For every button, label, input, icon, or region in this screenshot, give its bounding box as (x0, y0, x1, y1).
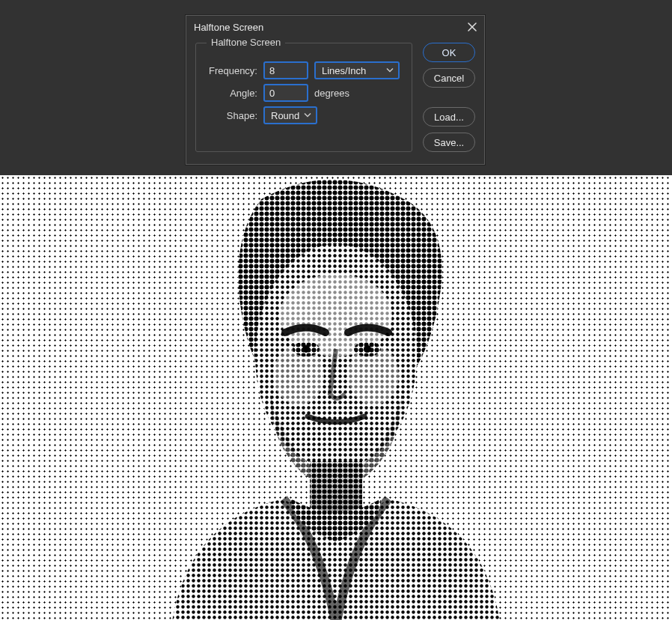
ok-button[interactable]: OK (423, 43, 475, 62)
shape-value: Round (271, 110, 299, 121)
halftone-portrait-image (97, 169, 575, 620)
frequency-input[interactable] (263, 61, 308, 79)
shape-label: Shape: (207, 110, 257, 121)
close-icon[interactable] (468, 22, 477, 31)
halftone-screen-group: Halftone Screen Frequency: Lines/Inch An… (195, 43, 412, 152)
chevron-down-icon (304, 110, 311, 121)
angle-input[interactable] (263, 84, 308, 102)
svg-point-10 (302, 345, 310, 353)
group-label: Halftone Screen (207, 37, 285, 48)
frequency-unit-value: Lines/Inch (322, 65, 366, 76)
dialog-title: Halftone Screen (194, 22, 263, 33)
frequency-unit-select[interactable]: Lines/Inch (314, 61, 400, 79)
angle-unit: degrees (314, 88, 349, 99)
cancel-button[interactable]: Cancel (423, 68, 475, 88)
halftone-screen-dialog: Halftone Screen Halftone Screen Frequenc… (186, 15, 485, 165)
shape-select[interactable]: Round (263, 106, 317, 124)
angle-label: Angle: (207, 88, 257, 99)
load-button[interactable]: Load... (423, 107, 475, 127)
svg-point-11 (364, 345, 371, 353)
dialog-button-column: OK Cancel Load... Save... (423, 43, 475, 152)
chevron-down-icon (386, 65, 394, 76)
dialog-titlebar[interactable]: Halftone Screen (186, 16, 484, 38)
frequency-label: Frequency: (207, 65, 257, 76)
save-button[interactable]: Save... (423, 133, 475, 152)
document-canvas (0, 175, 672, 620)
